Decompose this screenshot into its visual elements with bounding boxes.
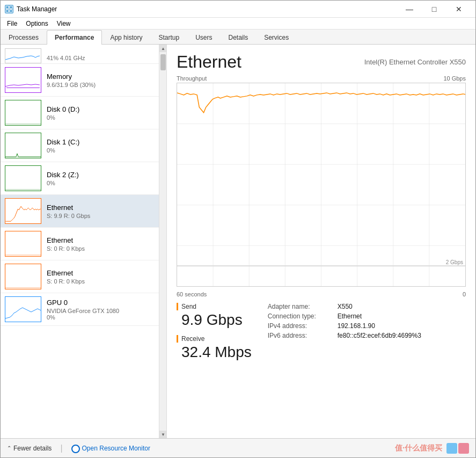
2gbps-marker: 2 Gbps xyxy=(446,259,463,265)
memory-info: Memory 9.6/31.9 GB (30%) xyxy=(47,72,155,88)
sidebar-item-disk0[interactable]: Disk 0 (D:) 0% xyxy=(1,97,159,129)
tab-details[interactable]: Details xyxy=(220,30,256,44)
connection-type-val: Ethernet xyxy=(338,312,362,320)
watermark-area: 值·什么值得买 xyxy=(395,443,469,454)
max-label: 10 Gbps xyxy=(443,75,466,82)
receive-label: Receive xyxy=(177,335,252,343)
cpu-thumbnail xyxy=(5,48,41,63)
scroll-down-button[interactable]: ▼ xyxy=(159,431,167,438)
maximize-button[interactable]: □ xyxy=(422,1,446,18)
ethernet2-subtitle: S: 0 R: 0 Kbps xyxy=(47,245,155,252)
open-resource-monitor-label: Open Resource Monitor xyxy=(82,445,150,452)
adapter-name-val: X550 xyxy=(338,303,353,310)
connection-type-key: Connection type: xyxy=(268,312,338,320)
tab-users[interactable]: Users xyxy=(187,30,220,44)
sidebar-item-gpu0[interactable]: GPU 0 NVIDIA GeForce GTX 1080 0% xyxy=(1,293,159,326)
cpu-info: 41% 4.01 GHz xyxy=(47,55,155,61)
ethernet1-title: Ethernet xyxy=(47,203,155,212)
tab-processes[interactable]: Processes xyxy=(1,30,47,44)
app-icon xyxy=(5,5,13,13)
ethernet2-info: Ethernet S: 0 R: 0 Kbps xyxy=(47,236,155,252)
sidebar-item-cpu[interactable]: 41% 4.01 GHz xyxy=(1,45,159,64)
close-button[interactable]: ✕ xyxy=(446,1,471,18)
tab-startup[interactable]: Startup xyxy=(150,30,187,44)
ethernet3-info: Ethernet S: 0 R: 0 Kbps xyxy=(47,269,155,285)
cpu-subtitle: 41% 4.01 GHz xyxy=(47,55,155,61)
fewer-details-button[interactable]: ⌃ Fewer details xyxy=(7,445,52,452)
ethernet2-thumbnail xyxy=(5,231,41,257)
footer-divider: | xyxy=(60,444,62,453)
receive-block: Receive 32.4 Mbps xyxy=(177,335,252,361)
time-label: 60 seconds xyxy=(177,291,207,297)
gpu0-thumbnail xyxy=(5,296,41,322)
svg-rect-2 xyxy=(6,10,9,12)
disk2-info: Disk 2 (Z:) 0% xyxy=(47,171,155,186)
ethernet3-title: Ethernet xyxy=(47,269,155,277)
ipv4-key: IPv4 address: xyxy=(268,322,338,330)
ipv4-val: 192.168.1.90 xyxy=(338,322,375,330)
svg-rect-0 xyxy=(6,6,9,9)
sidebar-item-ethernet3[interactable]: Ethernet S: 0 R: 0 Kbps xyxy=(1,260,159,293)
sidebar-scrollbar[interactable]: ▲ ▼ xyxy=(159,45,166,438)
minimize-button[interactable]: — xyxy=(397,1,422,18)
disk1-thumbnail xyxy=(5,133,41,158)
ethernet3-thumbnail xyxy=(5,264,41,289)
adapter-name-row: Adapter name: X550 xyxy=(268,303,466,310)
disk0-title: Disk 0 (D:) xyxy=(47,105,155,113)
menu-bar: File Options View xyxy=(1,18,475,30)
ethernet3-subtitle: S: 0 R: 0 Kbps xyxy=(47,278,155,285)
ipv6-key: IPv6 address: xyxy=(268,332,338,339)
ipv4-row: IPv4 address: 192.168.1.90 xyxy=(268,322,466,330)
disk0-info: Disk 0 (D:) 0% xyxy=(47,105,155,121)
sidebar-item-ethernet1[interactable]: Ethernet S: 9.9 R: 0 Gbps xyxy=(1,195,159,228)
menu-view[interactable]: View xyxy=(53,19,75,28)
adapter-name-key: Adapter name: xyxy=(268,303,338,310)
sidebar-item-memory[interactable]: Memory 9.6/31.9 GB (30%) xyxy=(1,64,159,97)
send-block: Send 9.9 Gbps xyxy=(177,303,252,329)
menu-options[interactable]: Options xyxy=(21,19,52,28)
memory-title: Memory xyxy=(47,72,155,81)
disk2-title: Disk 2 (Z:) xyxy=(47,171,155,179)
svg-rect-3 xyxy=(10,10,12,12)
ethernet1-subtitle: S: 9.9 R: 0 Gbps xyxy=(47,213,155,219)
tab-app-history[interactable]: App history xyxy=(102,30,150,44)
task-manager-window: Task Manager — □ ✕ File Options View Pro… xyxy=(0,0,476,458)
memory-thumbnail xyxy=(5,67,41,93)
open-resource-monitor-button[interactable]: Open Resource Monitor xyxy=(71,444,150,453)
sidebar-item-disk2[interactable]: Disk 2 (Z:) 0% xyxy=(1,162,159,195)
sidebar-item-ethernet2[interactable]: Ethernet S: 0 R: 0 Kbps xyxy=(1,228,159,260)
detail-subtitle: Intel(R) Ethernet Controller X550 xyxy=(364,58,466,66)
resource-monitor-icon xyxy=(71,445,80,453)
chevron-up-icon: ⌃ xyxy=(7,445,11,451)
detail-title: Ethernet xyxy=(177,52,241,72)
zero-label: 0 xyxy=(463,291,466,297)
tab-bar: Processes Performance App history Startu… xyxy=(1,30,475,45)
ipv6-val: fe80::c5f2:ecef:6db9:4699%3 xyxy=(338,332,421,339)
scroll-thumb[interactable] xyxy=(160,54,166,70)
memory-subtitle: 9.6/31.9 GB (30%) xyxy=(47,82,155,88)
sidebar-inner: 41% 4.01 GHz Memory 9.6/31.9 GB (30%) xyxy=(1,45,166,326)
throughput-graph xyxy=(177,83,465,286)
scroll-up-button[interactable]: ▲ xyxy=(159,45,167,52)
disk1-info: Disk 1 (C:) 0% xyxy=(47,138,155,154)
stats-section: Send 9.9 Gbps Receive 32.4 Mbps Adapter … xyxy=(177,303,466,361)
menu-file[interactable]: File xyxy=(3,19,21,28)
graph-labels-top: Throughput 10 Gbps xyxy=(177,75,466,82)
tab-services[interactable]: Services xyxy=(256,30,297,44)
tab-performance[interactable]: Performance xyxy=(47,30,102,45)
ethernet1-info: Ethernet S: 9.9 R: 0 Gbps xyxy=(47,203,155,219)
footer: ⌃ Fewer details | Open Resource Monitor … xyxy=(1,438,475,457)
disk0-thumbnail xyxy=(5,100,41,126)
ethernet1-thumbnail xyxy=(5,198,41,224)
sidebar: 41% 4.01 GHz Memory 9.6/31.9 GB (30%) xyxy=(1,45,167,438)
graph-container: 2 Gbps xyxy=(177,83,466,287)
svg-rect-1 xyxy=(10,6,12,9)
main-content: 41% 4.01 GHz Memory 9.6/31.9 GB (30%) xyxy=(1,45,475,438)
connection-type-row: Connection type: Ethernet xyxy=(268,312,466,320)
detail-panel: Ethernet Intel(R) Ethernet Controller X5… xyxy=(167,45,475,438)
sidebar-item-disk1[interactable]: Disk 1 (C:) 0% xyxy=(1,129,159,162)
fewer-details-label: Fewer details xyxy=(13,445,52,452)
throughput-label: Throughput xyxy=(177,75,207,82)
gpu0-title: GPU 0 xyxy=(47,299,155,307)
gpu0-subtitle: NVIDIA GeForce GTX 1080 0% xyxy=(47,308,155,321)
